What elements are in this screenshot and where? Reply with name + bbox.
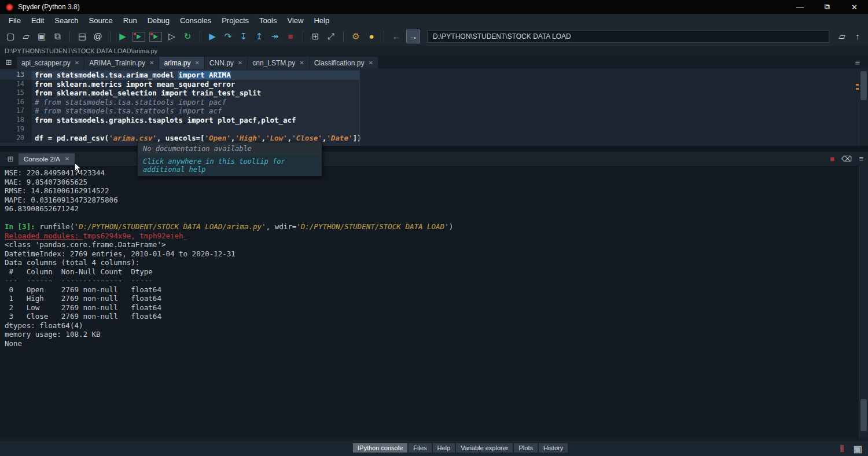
new-window-icon[interactable]: ⊞ xyxy=(310,30,321,43)
line-number[interactable]: 13 xyxy=(0,71,32,80)
editor-tab-classification-py[interactable]: Classification.py✕ xyxy=(310,57,378,69)
console-text: In [3]: xyxy=(5,222,39,231)
menu-help[interactable]: Help xyxy=(308,15,334,26)
minimize-button[interactable]: — xyxy=(786,0,814,14)
pane-splitter[interactable] xyxy=(0,146,868,152)
save-all-icon[interactable]: ⧉ xyxy=(52,30,63,43)
line-number[interactable]: 16 xyxy=(0,98,32,107)
editor-tab-arima_trainin-py[interactable]: ARIMA_Trainin.py✕ xyxy=(84,57,159,69)
browse-directory-icon[interactable]: ▱ xyxy=(836,30,848,43)
tab-close-icon[interactable]: ✕ xyxy=(299,60,304,66)
editor-options-icon[interactable]: ≡ xyxy=(852,57,863,67)
panes-layout-icon[interactable]: ▣ xyxy=(854,443,862,454)
run-file-icon[interactable]: ▶ xyxy=(117,30,128,43)
editor-tab-arima-py[interactable]: arima.py✕ xyxy=(159,57,204,69)
tab-close-icon[interactable]: ✕ xyxy=(75,60,79,66)
code-text: # from statsmodels.tsa.stattools import … xyxy=(32,98,226,107)
toolbar-separator xyxy=(69,31,70,42)
menu-tools[interactable]: Tools xyxy=(254,15,282,26)
step-over-icon[interactable]: ↷ xyxy=(222,30,234,43)
code-line-20[interactable]: 20df = pd.read_csv('arima.csv', usecols=… xyxy=(0,134,859,143)
menu-search[interactable]: Search xyxy=(49,15,83,26)
step-into-icon[interactable]: ↧ xyxy=(238,30,249,43)
menu-debug[interactable]: Debug xyxy=(142,15,175,26)
code-line-14[interactable]: 14from sklearn.metrics import mean_squar… xyxy=(0,80,859,89)
interrupt-kernel-icon[interactable]: ■ xyxy=(830,153,834,165)
code-line-18[interactable]: 18from statsmodels.graphics.tsaplots imp… xyxy=(0,116,859,125)
editor-tab-cnn_lstm-py[interactable]: cnn_LSTM.py✕ xyxy=(248,57,308,69)
browse-console-tabs-icon[interactable]: ⊞ xyxy=(5,155,16,163)
continue-icon[interactable]: ↠ xyxy=(269,30,281,43)
tab-close-icon[interactable]: ✕ xyxy=(194,60,199,66)
code-line-15[interactable]: 15from sklearn.model_selection import tr… xyxy=(0,89,859,98)
forward-icon[interactable]: → xyxy=(406,30,420,43)
pane-tab-history[interactable]: History xyxy=(539,443,568,453)
pane-tab-help[interactable]: Help xyxy=(433,443,455,453)
menu-view[interactable]: View xyxy=(282,15,308,26)
tab-close-icon[interactable]: ✕ xyxy=(368,60,373,66)
code-line-16[interactable]: 16# from statsmodels.tsa.stattools impor… xyxy=(0,98,859,107)
console-text: 3 Close 2769 non-null float64 xyxy=(5,312,161,321)
menu-run[interactable]: Run xyxy=(118,15,142,26)
menu-consoles[interactable]: Consoles xyxy=(175,15,216,26)
preferences-icon[interactable]: ⚙ xyxy=(350,30,362,43)
parent-directory-icon[interactable]: ↑ xyxy=(852,30,863,43)
pause-icon[interactable]: Ⅱ xyxy=(840,443,844,454)
maximize-pane-icon[interactable]: ⤢ xyxy=(325,30,337,43)
code-line-19[interactable]: 19 xyxy=(0,125,859,134)
menu-file[interactable]: File xyxy=(3,15,26,26)
tab-close-icon[interactable]: ✕ xyxy=(149,60,154,66)
console-text: 0 Open 2769 non-null float64 xyxy=(5,285,161,294)
run-selection-icon[interactable]: ▷ xyxy=(166,30,178,43)
line-number[interactable]: 18 xyxy=(0,116,32,125)
save-icon[interactable]: ▣ xyxy=(36,30,47,43)
console-tab-close-icon[interactable]: ✕ xyxy=(65,156,69,162)
console-tab[interactable]: Console 2/A ✕ xyxy=(19,153,75,165)
scrollbar-thumb[interactable] xyxy=(860,399,867,431)
editor-scrollbar[interactable] xyxy=(859,69,868,146)
browse-tabs-icon[interactable]: ⊞ xyxy=(3,58,14,67)
editor-code: 13from statsmodels.tsa.arima_model impor… xyxy=(0,71,859,143)
code-line-17[interactable]: 17# from statsmodels.tsa.stattools impor… xyxy=(0,106,859,116)
menu-source[interactable]: Source xyxy=(84,15,118,26)
new-file-icon[interactable]: ▢ xyxy=(5,30,16,43)
tab-label: ARIMA_Trainin.py xyxy=(89,59,145,67)
console-scrollbar[interactable] xyxy=(859,166,868,437)
pane-tab-ipython-console[interactable]: IPython console xyxy=(353,443,407,453)
stop-debug-icon[interactable]: ■ xyxy=(285,30,296,43)
menu-edit[interactable]: Edit xyxy=(26,15,49,26)
console-options-icon[interactable]: ≡ xyxy=(859,153,863,165)
pythonpath-icon[interactable]: ● xyxy=(366,30,377,43)
code-editor[interactable]: 13from statsmodels.tsa.arima_model impor… xyxy=(0,69,868,146)
pane-tab-plots[interactable]: Plots xyxy=(514,443,537,453)
editor-tab-cnn-py[interactable]: CNN.py✕ xyxy=(205,57,247,69)
rerun-cell-icon[interactable]: ↻ xyxy=(182,30,193,43)
documentation-tooltip[interactable]: No documentation available Click anywher… xyxy=(137,142,322,176)
line-number[interactable]: 14 xyxy=(0,80,32,89)
line-number[interactable]: 17 xyxy=(0,106,32,116)
line-number[interactable]: 19 xyxy=(0,125,32,134)
run-cell-icon[interactable]: ▶ xyxy=(133,32,145,42)
pane-tab-files[interactable]: Files xyxy=(409,443,431,453)
editor-tab-api_scrapper-py[interactable]: api_scrapper.py✕ xyxy=(17,57,84,69)
debug-file-icon[interactable]: ▶ xyxy=(207,30,218,43)
file-switcher-icon[interactable]: ▤ xyxy=(76,30,88,43)
working-directory-combo[interactable]: D:\PYTHON\STUDENT\STOCK DATA LOAD xyxy=(427,30,829,43)
menu-projects[interactable]: Projects xyxy=(216,15,254,26)
run-cell-advance-icon[interactable]: ▶ xyxy=(149,32,162,42)
pane-tab-variable-explorer[interactable]: Variable explorer xyxy=(456,443,513,453)
line-number[interactable]: 20 xyxy=(0,134,32,143)
console-line: MSE: 220.84950417423344 xyxy=(5,168,859,178)
restore-button[interactable]: ⧉ xyxy=(814,0,841,14)
clear-console-icon[interactable]: ⌫ xyxy=(841,153,852,165)
back-icon[interactable]: ← xyxy=(391,30,402,43)
close-button[interactable]: ✕ xyxy=(841,0,868,14)
tab-close-icon[interactable]: ✕ xyxy=(238,60,242,66)
code-line-13[interactable]: 13from statsmodels.tsa.arima_model impor… xyxy=(0,71,859,80)
line-number[interactable]: 15 xyxy=(0,89,32,98)
scrollbar-thumb[interactable] xyxy=(860,71,867,100)
console-output[interactable]: MSE: 220.84950417423344MAE: 9.8540730656… xyxy=(0,166,859,437)
step-return-icon[interactable]: ↥ xyxy=(253,30,265,43)
open-file-icon[interactable]: ▱ xyxy=(20,30,32,43)
find-symbols-icon[interactable]: @ xyxy=(92,30,104,43)
